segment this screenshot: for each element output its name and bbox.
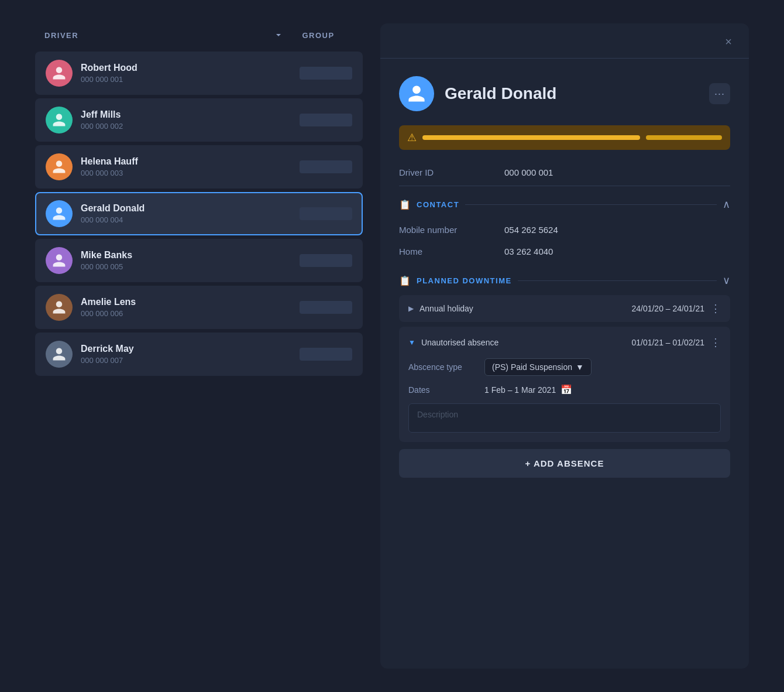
driver-id-label: Driver ID [399,167,504,177]
driver-info: Mike Banks 000 000 005 [81,250,294,271]
annual-holiday-menu-icon[interactable]: ⋮ [710,302,721,315]
description-placeholder: Description [417,410,458,419]
driver-item[interactable]: Gerald Donald 000 000 004 [35,192,363,235]
driver-avatar [46,60,73,87]
driver-id: 000 000 005 [81,262,294,271]
contact-icon: 📋 [399,199,411,210]
driver-info: Robert Hood 000 000 001 [81,63,294,84]
absence-dates-value: 1 Feb – 1 Mar 2021 [484,385,556,395]
driver-id: 000 000 004 [81,215,294,224]
warning-bar: ⚠ [399,125,730,150]
warning-icon: ⚠ [407,131,417,144]
driver-name: Gerald Donald [81,203,294,214]
group-pill [300,114,352,126]
driver-id: 000 000 003 [81,169,294,177]
absence-expanded-card: ▼ Unautorised absence 01/01/21 – 01/02/2… [399,327,730,442]
downtime-section-toggle[interactable]: ∨ [723,274,730,287]
driver-id: 000 000 007 [81,356,294,365]
driver-avatar-icon [51,253,67,268]
driver-list: Robert Hood 000 000 001 Jeff Mills 000 0… [35,52,363,376]
absence-dates-field-value: 1 Feb – 1 Mar 2021 📅 [484,384,721,395]
absence-header-label: Unautorised absence [421,338,626,347]
downtime-icon: 📋 [399,275,411,286]
list-header: DRIVER GROUP [35,23,363,47]
driver-avatar [46,153,73,180]
mobile-label: Mobile number [399,225,504,235]
home-value: 03 262 4040 [504,246,553,256]
driver-id: 000 000 006 [81,309,294,318]
absence-type-field-value: (PS) Paid Suspension ▼ [484,358,721,376]
absence-type-chevron-icon: ▼ [576,362,584,372]
absence-card-header: ▼ Unautorised absence 01/01/21 – 01/02/2… [408,336,721,349]
avatar-icon [407,84,427,104]
driver-name: Mike Banks [81,250,294,261]
driver-info: Derrick May 000 000 007 [81,344,294,365]
annual-holiday-card: ▶ Annual holiday 24/01/20 – 24/01/21 ⋮ [399,295,730,322]
absence-type-field: Abscence type (PS) Paid Suspension ▼ [408,358,721,376]
group-pill [300,301,352,314]
driver-name: Helena Hauff [81,156,294,167]
annual-holiday-expand-icon[interactable]: ▶ [408,304,414,313]
absence-dates-field-label: Dates [408,385,484,395]
app-container: DRIVER GROUP Robert Hood 000 000 001 [0,0,784,692]
absence-type-select[interactable]: (PS) Paid Suspension ▼ [484,358,592,376]
driver-avatar [46,200,73,227]
driver-name: Derrick May [81,344,294,354]
contact-section-line [465,204,717,205]
calendar-icon[interactable]: 📅 [561,384,572,395]
driver-filter-chevron-icon[interactable] [274,30,283,40]
driver-info: Helena Hauff 000 000 003 [81,156,294,177]
driver-item[interactable]: Jeff Mills 000 000 002 [35,98,363,142]
downtime-section-header: 📋 PLANNED DOWNTIME ∨ [399,274,730,287]
driver-info: Jeff Mills 000 000 002 [81,109,294,131]
driver-name: Jeff Mills [81,109,294,120]
left-panel: DRIVER GROUP Robert Hood 000 000 001 [35,23,363,669]
driver-item[interactable]: Derrick May 000 000 007 [35,333,363,376]
mobile-row: Mobile number 054 262 5624 [399,219,730,241]
divider-1 [399,186,730,186]
absence-type-field-label: Abscence type [408,362,484,372]
driver-avatar-icon [51,66,67,81]
driver-avatar-icon [51,347,67,362]
driver-item[interactable]: Helena Hauff 000 000 003 [35,145,363,189]
contact-section-title: CONTACT [417,200,459,209]
driver-avatar-icon [51,159,67,174]
group-pill [300,207,352,220]
group-pill [300,67,352,80]
absence-menu-icon[interactable]: ⋮ [710,336,721,349]
downtime-section-title: PLANNED DOWNTIME [417,276,512,285]
driver-info: Amelie Lens 000 000 006 [81,297,294,318]
driver-name: Amelie Lens [81,297,294,307]
annual-holiday-dates: 24/01/20 – 24/01/21 [631,304,704,313]
driver-avatar-icon [51,206,67,221]
driver-info: Gerald Donald 000 000 004 [81,203,294,224]
close-button[interactable]: × [720,33,737,50]
driver-item[interactable]: Mike Banks 000 000 005 [35,239,363,282]
driver-id-row: Driver ID 000 000 001 [399,162,730,183]
home-row: Home 03 262 4040 [399,241,730,262]
warning-progress-long [422,135,640,140]
group-pill [300,254,352,267]
detail-content: Gerald Donald ··· ⚠ Driver ID 000 000 00… [380,59,749,669]
mobile-value: 054 262 5624 [504,225,558,235]
add-absence-button[interactable]: + ADD ABSENCE [399,449,730,478]
annual-holiday-label: Annual holiday [419,304,625,313]
description-box[interactable]: Description [408,403,721,433]
group-pill [300,160,352,173]
right-panel: × Gerald Donald ··· ⚠ Driver [380,23,749,669]
driver-id-value: 000 000 001 [504,167,553,177]
driver-avatar [46,294,73,321]
driver-item[interactable]: Amelie Lens 000 000 006 [35,286,363,329]
warning-progress-short [646,135,722,140]
driver-avatar [46,107,73,133]
more-options-button[interactable]: ··· [709,83,730,104]
group-pill [300,348,352,361]
driver-id: 000 000 001 [81,75,294,84]
top-bar: × [380,23,749,59]
selected-driver-name: Gerald Donald [445,84,709,103]
driver-item[interactable]: Robert Hood 000 000 001 [35,52,363,95]
contact-section-toggle[interactable]: ∧ [723,198,730,211]
contact-section-header: 📋 CONTACT ∧ [399,198,730,211]
driver-id: 000 000 002 [81,122,294,131]
absence-collapse-icon[interactable]: ▼ [408,338,415,347]
